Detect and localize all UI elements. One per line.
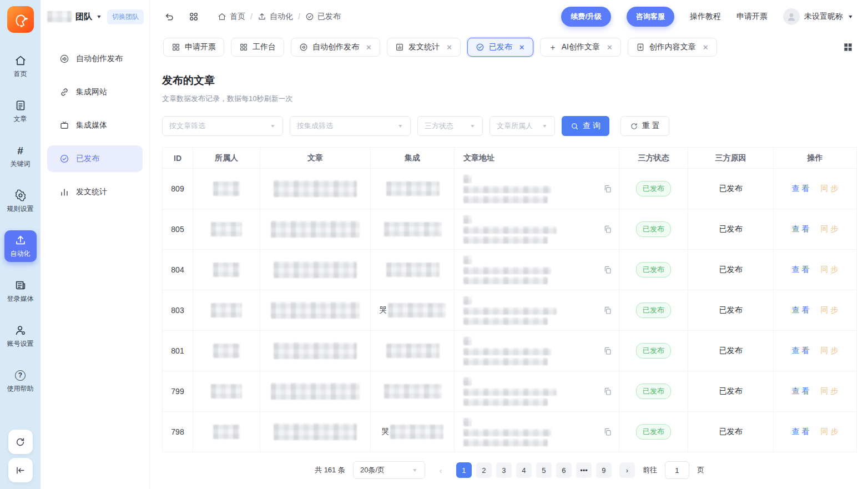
- apps-grid-button[interactable]: [188, 11, 200, 23]
- view-link[interactable]: 查 看: [792, 346, 810, 356]
- sync-link[interactable]: 同 步: [821, 346, 839, 356]
- view-link[interactable]: 查 看: [792, 184, 810, 194]
- copy-icon[interactable]: [603, 387, 612, 396]
- rail-item-home[interactable]: 首页: [4, 51, 37, 82]
- close-icon[interactable]: ✕: [519, 43, 525, 52]
- rail-item-help[interactable]: ? 使用帮助: [4, 365, 37, 397]
- filter-row: 按文章筛选 ▼ 按集成筛选 ▼ 三方状态 ▼ 文章所属人 ▼ 查 询: [162, 116, 857, 136]
- rail-item-automation[interactable]: 自动化: [4, 230, 37, 262]
- close-icon[interactable]: ✕: [607, 43, 613, 52]
- tab-content-article[interactable]: 创作内容文章 ✕: [628, 38, 717, 57]
- copy-icon[interactable]: [603, 265, 612, 274]
- collapse-sidebar-button[interactable]: [8, 458, 33, 482]
- help-icon: ?: [14, 369, 27, 381]
- rail-nav: 首页 文章 # 关键词 规则设置 自动化 登录媒体: [4, 51, 37, 397]
- team-name-redacted: [47, 11, 72, 22]
- tab-workbench[interactable]: 工作台: [231, 38, 284, 57]
- page-subtitle: 文章数据发布记录，数据每10秒刷新一次: [162, 94, 857, 104]
- goto-page-input[interactable]: [665, 461, 689, 479]
- team-switcher[interactable]: 团队 ▼ 切换团队: [41, 0, 149, 33]
- breadcrumb-home[interactable]: 首页: [218, 12, 245, 22]
- page-button[interactable]: 9: [596, 462, 612, 478]
- copy-icon[interactable]: [603, 184, 612, 193]
- tab-published[interactable]: 已发布 ✕: [467, 38, 533, 57]
- close-icon[interactable]: ✕: [703, 43, 709, 52]
- renew-upgrade-button[interactable]: 续费/升级: [561, 7, 611, 27]
- sync-link[interactable]: 同 步: [821, 224, 839, 234]
- rail-item-articles[interactable]: 文章: [4, 95, 37, 127]
- back-button[interactable]: [163, 11, 175, 23]
- sidebar-item-published[interactable]: 已发布: [47, 145, 143, 172]
- rail-item-rules[interactable]: 规则设置: [4, 185, 37, 217]
- breadcrumb-label: 已发布: [317, 12, 341, 22]
- page-size-select[interactable]: 20条/页 ▼: [353, 461, 425, 479]
- refresh-button[interactable]: [8, 430, 33, 454]
- switch-team-button[interactable]: 切换团队: [107, 9, 144, 24]
- prev-page-button[interactable]: ‹: [433, 462, 448, 478]
- sidebar-item-label: 集成网站: [76, 87, 107, 97]
- owner-redacted: [213, 182, 240, 196]
- sync-link[interactable]: 同 步: [821, 265, 839, 275]
- copy-icon[interactable]: [603, 427, 612, 436]
- breadcrumb-published[interactable]: 已发布: [305, 12, 341, 22]
- sync-link[interactable]: 同 步: [821, 305, 839, 315]
- page-button[interactable]: 6: [556, 462, 572, 478]
- sync-link[interactable]: 同 步: [821, 427, 839, 437]
- avatar: [783, 8, 800, 25]
- rail-item-keywords[interactable]: # 关键词: [4, 140, 37, 172]
- copy-icon[interactable]: [603, 225, 612, 234]
- next-page-button[interactable]: ›: [619, 462, 635, 478]
- copy-icon[interactable]: [603, 346, 612, 355]
- home-icon: [14, 54, 27, 67]
- view-link[interactable]: 查 看: [792, 305, 810, 315]
- cell-address: [455, 290, 619, 330]
- sync-link[interactable]: 同 步: [821, 386, 839, 396]
- view-link[interactable]: 查 看: [792, 386, 810, 396]
- page-button[interactable]: 1: [456, 462, 472, 478]
- page-button[interactable]: 5: [536, 462, 552, 478]
- view-link[interactable]: 查 看: [792, 427, 810, 437]
- filter-article-select[interactable]: 按文章筛选 ▼: [162, 116, 283, 136]
- link-icon: [59, 87, 69, 97]
- tab-auto-publish[interactable]: 自动创作发布 ✕: [291, 38, 380, 57]
- customer-service-button[interactable]: 咨询客服: [627, 7, 674, 27]
- filter-status-select[interactable]: 三方状态 ▼: [417, 116, 483, 136]
- status-badge: 已发布: [636, 262, 671, 278]
- cell-owner: [193, 169, 260, 209]
- tab-post-stats[interactable]: 发文统计 ✕: [387, 38, 461, 57]
- invoice-link[interactable]: 申请开票: [736, 12, 768, 22]
- tutorial-link[interactable]: 操作教程: [690, 12, 721, 22]
- view-link[interactable]: 查 看: [792, 224, 810, 234]
- close-icon[interactable]: ✕: [446, 43, 452, 52]
- sidebar-item-label: 自动创作发布: [76, 54, 123, 64]
- app-logo[interactable]: [7, 6, 34, 33]
- page-button[interactable]: 4: [516, 462, 532, 478]
- reset-button[interactable]: 重 置: [620, 116, 669, 136]
- user-menu[interactable]: 未设置昵称 ▼: [783, 8, 854, 25]
- breadcrumb-automation[interactable]: 自动化: [258, 12, 293, 22]
- tab-ai-article[interactable]: ＋ AI创作文章 ✕: [540, 38, 621, 57]
- filter-owner-select[interactable]: 文章所属人 ▼: [489, 116, 555, 136]
- page-button[interactable]: •••: [576, 462, 592, 478]
- sidebar-item-integrated-media[interactable]: 集成媒体: [47, 112, 143, 139]
- filter-integration-select[interactable]: 按集成筛选 ▼: [290, 116, 411, 136]
- page-button[interactable]: 2: [476, 462, 492, 478]
- tab-invoice[interactable]: 申请开票: [163, 38, 224, 57]
- tab-label: 工作台: [253, 42, 276, 52]
- sync-link[interactable]: 同 步: [821, 184, 839, 194]
- cell-owner: [193, 412, 260, 452]
- page-button[interactable]: 3: [496, 462, 512, 478]
- view-link[interactable]: 查 看: [792, 265, 810, 275]
- close-icon[interactable]: ✕: [366, 43, 372, 52]
- grid-icon: [239, 43, 248, 52]
- rail-item-account[interactable]: 账号设置: [4, 320, 37, 352]
- copy-icon[interactable]: [603, 306, 612, 315]
- sidebar-item-auto-publish[interactable]: 自动创作发布: [47, 46, 143, 72]
- rail-item-login-media[interactable]: 登录媒体: [4, 275, 37, 307]
- layout-grid-button[interactable]: [842, 42, 854, 53]
- cell-address: [455, 371, 619, 411]
- search-button[interactable]: 查 询: [562, 116, 609, 136]
- chevron-down-icon: ▼: [542, 123, 548, 129]
- sidebar-item-integrated-sites[interactable]: 集成网站: [47, 79, 143, 105]
- sidebar-item-post-stats[interactable]: 发文统计: [47, 179, 143, 205]
